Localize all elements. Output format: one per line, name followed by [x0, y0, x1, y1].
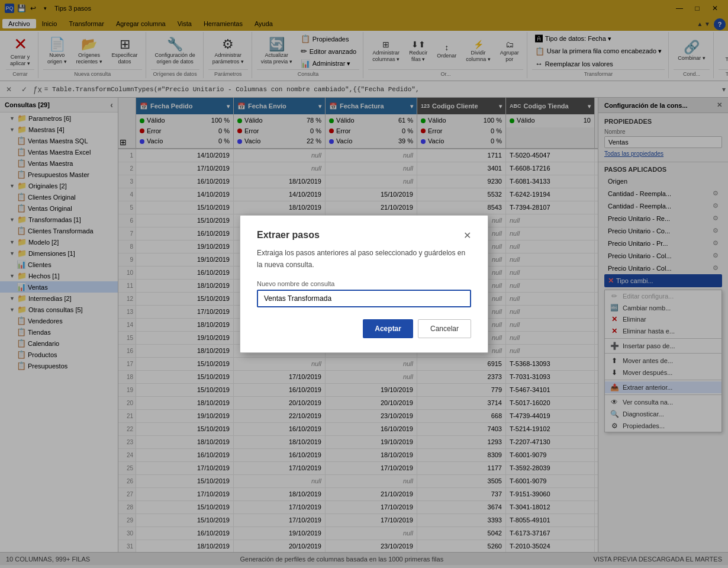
- modal-overlay[interactable]: Extraer pasos ✕ Extraiga los pasos anter…: [0, 0, 728, 568]
- modal-buttons: Aceptar Cancelar: [257, 319, 471, 338]
- modal-input-label: Nuevo nombre de consulta: [257, 280, 471, 287]
- modal-accept-button[interactable]: Aceptar: [363, 319, 413, 338]
- modal-title: Extraer pasos: [257, 230, 471, 240]
- modal-name-input[interactable]: [257, 290, 471, 307]
- modal: Extraer pasos ✕ Extraiga los pasos anter…: [240, 215, 488, 352]
- modal-body: Extraiga los pasos anteriores al paso se…: [257, 248, 471, 270]
- modal-cancel-button[interactable]: Cancelar: [418, 319, 471, 338]
- modal-close-button[interactable]: ✕: [463, 230, 471, 241]
- modal-header: Extraer pasos ✕: [257, 230, 471, 240]
